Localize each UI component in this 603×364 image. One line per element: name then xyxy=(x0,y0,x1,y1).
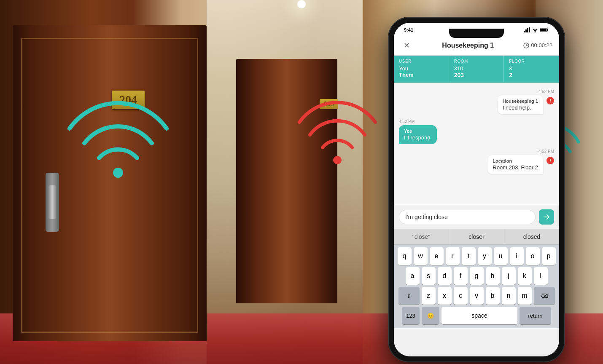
msg1-container: Housekeeping 1 I need help. ! xyxy=(399,95,554,114)
msg1-sender: Housekeeping 1 xyxy=(503,99,538,104)
key-m[interactable]: m xyxy=(518,287,532,305)
message-2: 4:52 PM You I'll respond. xyxy=(399,119,554,144)
wifi-signal-left xyxy=(59,91,177,200)
you-floor-value: 3 xyxy=(509,65,512,72)
msg1-bubble: Housekeeping 1 I need help. xyxy=(498,95,543,114)
key-shift[interactable]: ⇧ xyxy=(398,287,420,305)
chat-area: 4:52 PM Housekeeping 1 I need help. ! 4:… xyxy=(394,83,559,205)
user-row: You xyxy=(399,65,444,72)
user-cell: USER You Them xyxy=(394,56,449,82)
svg-point-1 xyxy=(333,156,342,164)
msg1-text: I need help. xyxy=(503,104,538,111)
key-y[interactable]: y xyxy=(478,247,492,265)
key-123[interactable]: 123 xyxy=(402,307,420,324)
message-1: 4:52 PM Housekeeping 1 I need help. ! xyxy=(399,89,554,114)
msg2-sender: You xyxy=(404,128,432,134)
user-label: USER xyxy=(399,59,444,64)
key-q[interactable]: q xyxy=(398,247,412,265)
door-handle-left xyxy=(48,185,56,219)
msg2-text: I'll respond. xyxy=(404,134,432,141)
wifi-status-icon xyxy=(532,27,538,32)
svg-rect-6 xyxy=(529,27,530,32)
message-3: 4:52 PM Location Room 203, Floor 2 ! xyxy=(399,149,554,174)
phone-notch xyxy=(449,29,504,38)
clock-icon xyxy=(523,43,529,48)
timer-value: 00:00:22 xyxy=(531,42,552,48)
key-p[interactable]: p xyxy=(542,247,556,265)
keyboard-row-4: 123 😊 space return xyxy=(396,307,557,324)
key-k[interactable]: k xyxy=(518,267,532,285)
autocomplete-closer[interactable]: closer xyxy=(449,229,504,244)
svg-rect-5 xyxy=(527,28,528,32)
send-button[interactable] xyxy=(539,209,554,225)
keyboard-row-3: ⇧ z x c v b n m ⌫ xyxy=(396,287,557,305)
battery-icon xyxy=(540,27,549,32)
msg2-bubble: You I'll respond. xyxy=(399,125,437,144)
them-room-row: 203 xyxy=(454,72,499,78)
info-table: USER You Them ROOM 310 203 FLOOR xyxy=(394,56,559,83)
them-room-value: 203 xyxy=(454,72,464,78)
key-j[interactable]: j xyxy=(502,267,516,285)
input-area xyxy=(394,205,559,229)
key-u[interactable]: u xyxy=(494,247,508,265)
message-input[interactable] xyxy=(399,210,536,224)
autocomplete-close[interactable]: "close" xyxy=(394,229,449,244)
them-row: Them xyxy=(399,72,444,78)
key-return[interactable]: return xyxy=(520,307,551,324)
you-room-row: 310 xyxy=(454,65,499,72)
app-title: Housekeeping 1 xyxy=(442,42,494,49)
key-i[interactable]: i xyxy=(510,247,524,265)
svg-rect-9 xyxy=(547,29,548,31)
keyboard-row-2: a s d f g h j k l xyxy=(396,267,557,285)
key-t[interactable]: t xyxy=(462,247,476,265)
key-g[interactable]: g xyxy=(470,267,484,285)
key-d[interactable]: d xyxy=(438,267,452,285)
key-l[interactable]: l xyxy=(534,267,548,285)
key-x[interactable]: x xyxy=(438,287,452,305)
key-e[interactable]: e xyxy=(430,247,444,265)
key-c[interactable]: c xyxy=(454,287,468,305)
msg3-bubble: Location Room 203, Floor 2 xyxy=(487,155,543,174)
key-n[interactable]: n xyxy=(502,287,516,305)
send-icon xyxy=(543,214,550,220)
floor-label: FLOOR xyxy=(509,59,554,64)
key-backspace[interactable]: ⌫ xyxy=(534,287,555,305)
autocomplete-bar: "close" closer closed xyxy=(394,229,559,245)
header-timer: 00:00:22 xyxy=(523,42,552,48)
msg3-text: Room 203, Floor 2 xyxy=(493,164,538,171)
keyboard-row-1: q w e r t y u i o p xyxy=(396,247,557,265)
key-f[interactable]: f xyxy=(454,267,468,285)
key-o[interactable]: o xyxy=(526,247,540,265)
close-button[interactable]: ✕ xyxy=(401,40,412,51)
svg-rect-10 xyxy=(540,29,546,31)
key-h[interactable]: h xyxy=(486,267,500,285)
them-user-label: Them xyxy=(399,72,414,78)
key-emoji[interactable]: 😊 xyxy=(422,307,439,324)
key-w[interactable]: w xyxy=(414,247,428,265)
svg-rect-4 xyxy=(525,29,527,32)
key-v[interactable]: v xyxy=(470,287,484,305)
wifi-signal-right xyxy=(295,99,380,183)
ceiling-light xyxy=(297,0,306,8)
app-header: ✕ Housekeeping 1 00:00:22 xyxy=(394,35,559,56)
key-b[interactable]: b xyxy=(486,287,500,305)
msg3-time: 4:52 PM xyxy=(399,149,554,154)
keyboard: q w e r t y u i o p a s d f g h j k xyxy=(394,245,559,328)
svg-rect-3 xyxy=(524,31,525,32)
autocomplete-closed[interactable]: closed xyxy=(504,229,559,244)
status-time: 9:41 xyxy=(404,27,413,32)
msg3-container: Location Room 203, Floor 2 ! xyxy=(399,155,554,174)
msg2-container: You I'll respond. xyxy=(399,125,554,144)
msg1-time: 4:52 PM xyxy=(399,89,554,94)
key-s[interactable]: s xyxy=(422,267,436,285)
you-room-value: 310 xyxy=(454,65,463,72)
msg3-alert-icon: ! xyxy=(546,157,554,164)
svg-point-0 xyxy=(113,168,123,178)
key-a[interactable]: a xyxy=(406,267,420,285)
key-z[interactable]: z xyxy=(422,287,436,305)
phone-screen: 9:41 xyxy=(394,23,559,356)
key-space[interactable]: space xyxy=(441,307,517,324)
signal-icon xyxy=(524,27,530,32)
key-r[interactable]: r xyxy=(446,247,460,265)
status-icons xyxy=(524,27,549,32)
